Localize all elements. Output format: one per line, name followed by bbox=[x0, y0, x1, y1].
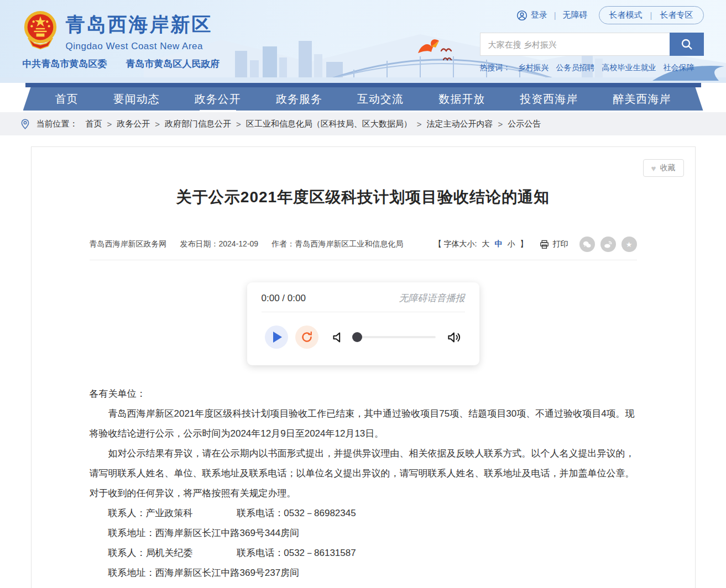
audio-player: 0:00 / 0:00 无障碍语音播报 bbox=[247, 282, 479, 365]
breadcrumb-item: 区工业和信息化局（区科技局、区大数据局） > bbox=[246, 119, 427, 129]
breadcrumb: 首页 > 政务公开 > 政府部门信息公开 > 区工业和信息化局（区科技局、区大数… bbox=[86, 119, 541, 129]
volume-button[interactable] bbox=[447, 330, 462, 345]
play-icon bbox=[273, 332, 282, 343]
breadcrumb-item: 公示公告 > bbox=[508, 119, 541, 129]
breadcrumb-label: 当前位置： bbox=[36, 119, 78, 129]
share-icons: ★ bbox=[579, 237, 637, 252]
paragraph: 各有关单位： bbox=[90, 384, 637, 404]
divider bbox=[262, 312, 465, 312]
player-time: 0:00 / 0:00 bbox=[262, 293, 306, 304]
article-body: 各有关单位：青岛西海岸新区2021年度区级科技计划项目验收工作已结束，其中通过验… bbox=[90, 384, 637, 588]
breadcrumb-bar: 当前位置： 首页 > 政务公开 > 政府部门信息公开 > bbox=[0, 112, 726, 135]
search-button[interactable] bbox=[670, 33, 704, 56]
font-size-medium[interactable]: 中 bbox=[495, 239, 503, 249]
mute-button[interactable] bbox=[331, 330, 346, 345]
article-meta: 青岛西海岸新区政务网 发布日期：2024-12-09 作者：青岛西海岸新区工业和… bbox=[90, 237, 637, 260]
divider: | bbox=[650, 11, 652, 20]
site-header: 青岛西海岸新区 Qingdao West Coast New Area 中共青岛… bbox=[0, 0, 726, 83]
wechat-share-icon[interactable] bbox=[579, 237, 595, 252]
hot-word-link[interactable]: 高校毕业生就业 bbox=[602, 63, 656, 73]
volume-thumb[interactable] bbox=[352, 332, 362, 342]
search-icon bbox=[680, 38, 693, 51]
main-navigation: 首页 要闻动态 政务公开 政务服务 互动交流 bbox=[23, 83, 703, 111]
replay-button[interactable] bbox=[295, 326, 318, 349]
heart-icon: ♥ bbox=[651, 164, 656, 173]
volume-slider[interactable] bbox=[357, 336, 436, 338]
article-source: 青岛西海岸新区政务网 bbox=[90, 239, 167, 249]
collect-button[interactable]: ♥ 收藏 bbox=[643, 159, 684, 177]
player-caption: 无障碍语音播报 bbox=[399, 292, 465, 305]
article-author: 作者：青岛西海岸新区工业和信息化局 bbox=[271, 239, 403, 249]
breadcrumb-item: 政府部门信息公开 > bbox=[165, 119, 246, 129]
org-party-committee: 中共青岛市黄岛区委 bbox=[23, 57, 107, 70]
play-button[interactable] bbox=[265, 326, 288, 349]
contact-row: 联系地址：西海岸新区长江中路369号344房间 bbox=[108, 523, 637, 543]
font-size-large[interactable]: 大 bbox=[482, 239, 490, 249]
nav-item[interactable]: 要闻动态 bbox=[113, 92, 160, 107]
elder-mode-button[interactable]: 长者模式 bbox=[609, 10, 643, 20]
nav-top-strip bbox=[25, 83, 701, 87]
font-size-small[interactable]: 小 bbox=[508, 239, 515, 249]
replay-icon bbox=[300, 330, 314, 344]
nav-item[interactable]: 政务公开 bbox=[195, 92, 241, 107]
speaker-mute-icon bbox=[331, 330, 346, 345]
nav-item[interactable]: 醉美西海岸 bbox=[613, 92, 671, 107]
paragraph: 如对公示结果有异议，请在公示期内以书面形式提出，并提供异议理由、相关依据及反映人… bbox=[90, 444, 637, 503]
nav-item[interactable]: 首页 bbox=[55, 92, 79, 107]
hot-word-link[interactable]: 乡村振兴 bbox=[518, 63, 549, 73]
elder-zone-button[interactable]: 长者专区 bbox=[660, 10, 693, 20]
active-underline bbox=[200, 110, 236, 112]
hot-word-link[interactable]: 社会保障 bbox=[664, 63, 694, 73]
font-size-control: 【 字体大小: 大 中 小 】 bbox=[434, 239, 528, 249]
speaker-volume-icon bbox=[447, 330, 462, 345]
user-icon bbox=[516, 10, 527, 21]
site-logo: 青岛西海岸新区 Qingdao West Coast New Area 中共青岛… bbox=[23, 7, 220, 70]
accessibility-link[interactable]: 无障碍 bbox=[563, 10, 588, 20]
national-emblem-icon bbox=[23, 8, 58, 51]
breadcrumb-item: 政务公开 > bbox=[117, 119, 165, 129]
site-name: 青岛西海岸新区 bbox=[66, 12, 213, 38]
site-name-en: Qingdao West Coast New Area bbox=[66, 41, 213, 52]
hot-words: 乡村振兴公务员招聘高校毕业生就业社会保障 bbox=[518, 63, 694, 73]
contact-row: 联系人：局机关纪委 联系电话：0532－86131587 bbox=[108, 543, 637, 563]
contact-row: 联系人：产业政策科 联系电话：0532－86982345 bbox=[108, 503, 637, 523]
elder-mode-pill: 长者模式 | 长者专区 bbox=[599, 6, 704, 24]
weibo-share-icon[interactable] bbox=[600, 237, 616, 252]
hot-search-label: 热搜词： bbox=[480, 63, 511, 73]
nav-item[interactable]: 投资西海岸 bbox=[520, 92, 578, 107]
paragraph: 青岛西海岸新区2021年度区级科技计划项目验收工作已结束，其中通过验收项目75项… bbox=[90, 404, 637, 444]
divider: | bbox=[554, 11, 556, 20]
search-input[interactable] bbox=[480, 33, 670, 56]
nav-item[interactable]: 数据开放 bbox=[438, 92, 485, 107]
breadcrumb-item: 法定主动公开内容 > bbox=[427, 119, 508, 129]
login-link[interactable]: 登录 bbox=[516, 10, 547, 21]
location-pin-icon bbox=[19, 118, 31, 130]
org-government: 青岛市黄岛区人民政府 bbox=[126, 57, 220, 70]
article-title: 关于公示2021年度区级科技计划项目验收结论的通知 bbox=[90, 187, 637, 208]
article-card: ♥ 收藏 关于公示2021年度区级科技计划项目验收结论的通知 青岛西海岸新区政务… bbox=[31, 146, 696, 588]
print-button[interactable]: 打印 bbox=[539, 239, 568, 250]
contact-row: 联系地址：西海岸新区长江中路369号237房间 bbox=[108, 563, 637, 583]
printer-icon bbox=[539, 239, 550, 250]
star-share-icon[interactable]: ★ bbox=[621, 237, 637, 252]
hot-word-link[interactable]: 公务员招聘 bbox=[556, 63, 595, 73]
nav-item[interactable]: 政务服务 bbox=[276, 92, 322, 107]
nav-item[interactable]: 互动交流 bbox=[357, 92, 404, 107]
breadcrumb-item: 首页 > bbox=[86, 119, 117, 129]
publish-date: 发布日期：2024-12-09 bbox=[180, 239, 259, 249]
